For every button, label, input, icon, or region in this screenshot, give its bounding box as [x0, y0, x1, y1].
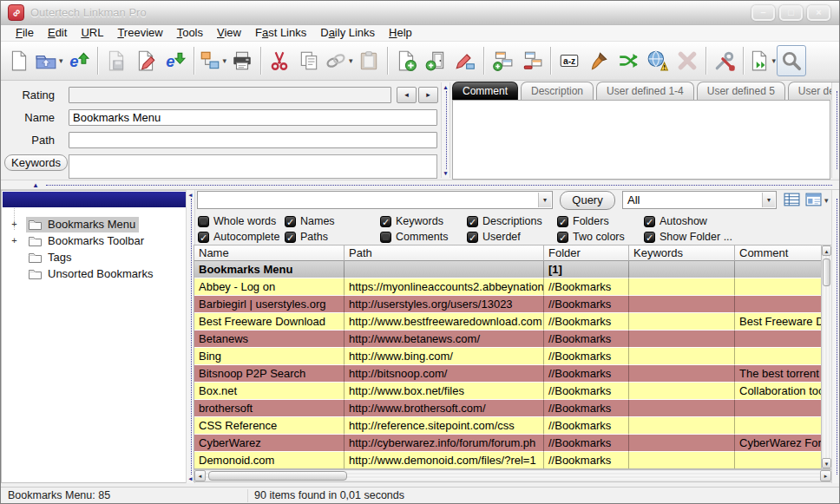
- tree-item-bookmarks-toolbar[interactable]: +Bookmarks Toolbar: [2, 232, 189, 249]
- scroll-down-icon[interactable]: ▾: [822, 458, 831, 468]
- close-button[interactable]: ×: [807, 5, 830, 21]
- bookmark-row[interactable]: Best Freeware Downloadhttp://www.bestfre…: [194, 313, 831, 331]
- tree-item-unsorted-bookmarks[interactable]: Unsorted Bookmarks: [2, 265, 189, 282]
- dropdown-arrow-icon[interactable]: ▾: [349, 56, 353, 65]
- menu-url[interactable]: URL: [74, 25, 110, 41]
- chevron-down-icon[interactable]: ▾: [538, 193, 551, 207]
- settings-button[interactable]: [710, 45, 739, 76]
- rating-decrement-button[interactable]: ◂: [397, 87, 417, 103]
- tab-user-defined-5[interactable]: User defined 5: [697, 82, 785, 100]
- unchecked-checkbox-icon[interactable]: [380, 232, 391, 243]
- bookmark-row[interactable]: Binghttp://www.bing.com///Bookmarks: [194, 348, 831, 365]
- filter-descriptions[interactable]: ✓Descriptions: [467, 213, 557, 229]
- column-header-folder[interactable]: Folder: [544, 245, 629, 261]
- tab-user-defined-1-4[interactable]: User defined 1-4: [596, 82, 694, 100]
- column-header-path[interactable]: Path: [345, 245, 544, 261]
- remove-tree-item-button[interactable]: [517, 45, 547, 76]
- maximize-button[interactable]: □: [779, 5, 803, 21]
- filter-whole-words[interactable]: Whole words: [198, 213, 285, 229]
- paste-button[interactable]: [354, 45, 384, 76]
- checked-checkbox-icon[interactable]: ✓: [557, 216, 568, 227]
- tree-item-bookmarks-menu[interactable]: +Bookmarks Menu: [2, 216, 189, 232]
- checked-checkbox-icon[interactable]: ✓: [467, 216, 478, 227]
- bookmark-row[interactable]: CyberWarezhttp://cyberwarez.info/forum/f…: [194, 435, 831, 452]
- keywords-textarea[interactable]: [69, 154, 437, 179]
- menu-daily-links[interactable]: Daily Links: [313, 25, 382, 41]
- menu-file[interactable]: File: [9, 25, 41, 41]
- filter-comments[interactable]: Comments: [380, 229, 467, 245]
- checked-checkbox-icon[interactable]: ✓: [557, 232, 568, 243]
- folder-group-row[interactable]: Bookmarks Menu[1]: [194, 261, 831, 278]
- checked-checkbox-icon[interactable]: ✓: [285, 232, 296, 243]
- checked-checkbox-icon[interactable]: ✓: [644, 216, 655, 227]
- delete-button[interactable]: [673, 45, 702, 76]
- details-view-button[interactable]: [784, 193, 801, 207]
- cleanup-button[interactable]: [584, 45, 614, 76]
- checked-checkbox-icon[interactable]: ✓: [285, 216, 296, 227]
- check-links-button[interactable]: [643, 45, 673, 76]
- menu-edit[interactable]: Edit: [41, 25, 74, 41]
- edit-database-button[interactable]: [131, 45, 161, 76]
- expand-icon[interactable]: +: [10, 235, 19, 245]
- column-header-name[interactable]: Name: [194, 245, 345, 261]
- menu-fast-links[interactable]: Fast Links: [248, 25, 313, 41]
- menu-treeview[interactable]: Treeview: [110, 25, 169, 41]
- checked-checkbox-icon[interactable]: ✓: [198, 232, 209, 243]
- paste-url-button[interactable]: ▾: [324, 45, 354, 76]
- scope-select[interactable]: All ▾: [622, 191, 777, 209]
- scroll-up-icon[interactable]: ▴: [822, 245, 831, 256]
- form-tabs-splitter[interactable]: ▴▾: [441, 82, 450, 178]
- menu-help[interactable]: Help: [382, 25, 419, 41]
- bookmark-row[interactable]: brothersofthttp://www.brothersoft.com///…: [194, 400, 831, 417]
- open-database-button[interactable]: ▾: [34, 45, 64, 76]
- edit-bookmark-button[interactable]: [450, 45, 480, 76]
- filter-userdef[interactable]: ✓Userdef: [467, 229, 557, 245]
- add-folder-button[interactable]: [421, 45, 450, 76]
- filter-paths[interactable]: ✓Paths: [285, 229, 380, 245]
- column-header-keywords[interactable]: Keywords: [629, 245, 735, 261]
- bookmark-row[interactable]: Abbey - Log onhttps://myonlineaccounts2.…: [194, 278, 831, 296]
- dropdown-arrow-icon[interactable]: ▾: [772, 56, 777, 65]
- bookmark-row[interactable]: Betanewshttp://www.betanews.com///Bookma…: [194, 331, 831, 348]
- bookmark-row[interactable]: Barbiegirl | userstyles.orghttp://userst…: [194, 296, 831, 313]
- tree-item-tags[interactable]: Tags: [2, 249, 189, 265]
- menu-tools[interactable]: Tools: [170, 25, 210, 41]
- column-header-comment[interactable]: Comment: [735, 245, 831, 261]
- layout-view-button[interactable]: [805, 193, 823, 207]
- path-input[interactable]: [69, 132, 437, 148]
- import-browser-button[interactable]: e: [64, 45, 94, 76]
- scroll-right-icon[interactable]: ▸: [820, 470, 831, 481]
- scroll-left-icon[interactable]: ◂: [194, 470, 206, 481]
- filter-autoshow[interactable]: ✓Autoshow: [644, 213, 832, 229]
- bookmark-row[interactable]: Demonoid.comhttp://www.demonoid.com/file…: [194, 452, 831, 469]
- chevron-down-icon[interactable]: ▾: [762, 193, 775, 207]
- bookmark-row[interactable]: Box.nethttp://www.box.net/files//Bookmar…: [194, 383, 831, 400]
- filter-two-colors[interactable]: ✓Two colors: [557, 229, 644, 245]
- filter-autocomplete[interactable]: ✓Autocomplete: [198, 229, 285, 245]
- new-bookmark-file-button[interactable]: [4, 45, 34, 76]
- sort-az-button[interactable]: a-z: [555, 45, 584, 76]
- checked-checkbox-icon[interactable]: ✓: [380, 216, 391, 227]
- print-button[interactable]: [227, 45, 257, 76]
- cut-button[interactable]: [265, 45, 294, 76]
- keywords-button[interactable]: Keywords: [4, 154, 68, 171]
- filter-names[interactable]: ✓Names: [285, 213, 380, 229]
- query-button[interactable]: Query: [560, 191, 615, 210]
- chevron-down-icon[interactable]: ▾: [824, 196, 829, 205]
- name-input[interactable]: [69, 109, 437, 126]
- rating-increment-button[interactable]: ▸: [418, 87, 438, 103]
- shuffle-button[interactable]: [614, 45, 643, 76]
- bookmark-row[interactable]: Bitsnoop P2P Searchhttp://bitsnoop.com//…: [194, 365, 831, 383]
- minimize-button[interactable]: –: [751, 5, 775, 21]
- menu-view[interactable]: View: [210, 25, 248, 41]
- comment-textarea[interactable]: [452, 100, 830, 180]
- rating-input[interactable]: [69, 87, 391, 103]
- checked-checkbox-icon[interactable]: ✓: [467, 232, 478, 243]
- search-combobox[interactable]: ▾: [197, 191, 553, 209]
- tab-comment[interactable]: Comment: [452, 82, 518, 100]
- export-browser-button[interactable]: e: [161, 45, 190, 76]
- unchecked-checkbox-icon[interactable]: [198, 216, 209, 227]
- filter-keywords[interactable]: ✓Keywords: [380, 213, 467, 229]
- run-queries-button[interactable]: ▾: [747, 45, 778, 76]
- checked-checkbox-icon[interactable]: ✓: [644, 232, 655, 243]
